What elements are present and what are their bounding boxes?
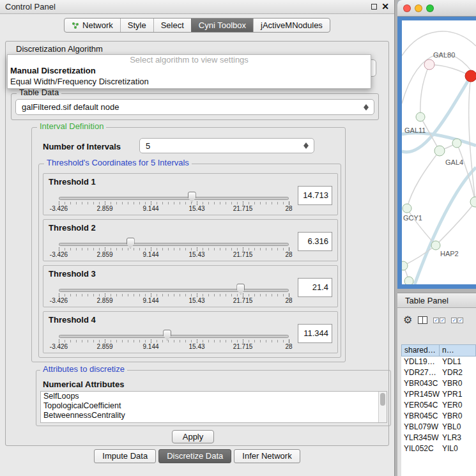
close-icon[interactable]: ✕ [381, 1, 389, 12]
float-window-icon[interactable] [371, 4, 377, 10]
cell[interactable]: YBL0 [440, 422, 476, 433]
table-row[interactable]: YDR27…YDR2 [401, 367, 476, 378]
tab-cyni-toolbox[interactable]: Cyni Toolbox [191, 19, 253, 32]
combo-arrows-icon [303, 139, 309, 153]
tab-infer-network[interactable]: Infer Network [234, 449, 300, 463]
vertical-scrollbar[interactable] [378, 392, 387, 422]
slider-minor-ticks [59, 248, 289, 250]
threshold-2-value-field[interactable]: 6.316 [298, 232, 332, 251]
popup-option-equal-width-frequency[interactable]: Equal Width/Frequency Discretization [8, 76, 371, 87]
network-node[interactable] [470, 197, 476, 207]
table-data-group-label: Table Data [17, 88, 61, 97]
network-node[interactable] [402, 261, 408, 270]
network-canvas[interactable]: GAL80 GAL11 GAL4 GCY1 HAP2 [402, 20, 476, 284]
cell[interactable]: YDL19… [401, 357, 440, 367]
table-row[interactable]: YBR045CYBR0 [401, 411, 476, 422]
scale-label: 2.859 [96, 205, 112, 212]
threshold-3-value-field[interactable]: 21.4 [298, 278, 332, 297]
slider-track[interactable] [59, 197, 289, 200]
table-data-combobox[interactable]: galFiltered.sif default node [15, 99, 374, 115]
scrollbar-thumb[interactable] [380, 393, 385, 406]
cell[interactable]: YBR0 [440, 411, 476, 422]
cell[interactable]: YDR27… [401, 367, 440, 378]
cell[interactable]: YPR1 [440, 389, 476, 400]
threshold-1-value-field[interactable]: 14.713 [298, 186, 332, 205]
table-row[interactable]: YLR345WYLR3 [401, 433, 476, 443]
highlighted-edges [402, 79, 476, 284]
column-header-name[interactable]: n… [440, 344, 476, 357]
threshold-1-slider[interactable]: -3.426 2.859 9.144 15.43 21.715 28 [59, 192, 289, 213]
cell[interactable]: YBR043C [401, 378, 440, 389]
control-panel-window: Control Panel ✕ Network Style Select [0, 0, 395, 476]
list-item[interactable]: BetweennessCentrality [41, 411, 387, 420]
list-item[interactable]: TopologicalCoefficient [41, 401, 387, 411]
threshold-2-slider[interactable]: -3.426 2.859 9.144 15.43 21.715 28 [59, 238, 289, 259]
column-header-shared-name[interactable]: shared… [401, 344, 440, 357]
tab-select[interactable]: Select [153, 19, 191, 32]
network-node-gcy1[interactable] [403, 204, 411, 213]
tab-label: Network [82, 20, 113, 30]
apply-button[interactable]: Apply [172, 430, 214, 443]
table-row[interactable]: YPR145WYPR1 [401, 389, 476, 400]
numerical-attributes-list[interactable]: SelfLoops TopologicalCoefficient Between… [40, 391, 387, 423]
slider-track[interactable] [59, 243, 289, 246]
cell[interactable]: YDL1 [440, 357, 476, 367]
number-of-intervals-label: Number of Intervals [43, 142, 121, 151]
table-row[interactable]: YDL19…YDL1 [401, 357, 476, 367]
network-graph[interactable] [402, 20, 476, 284]
table-row[interactable]: YBR043CYBR0 [401, 378, 476, 389]
slider-track[interactable] [59, 335, 289, 338]
slider-track[interactable] [59, 289, 289, 292]
list-item[interactable]: SelfLoops [41, 392, 387, 401]
gear-icon[interactable]: ⚙ [403, 315, 412, 325]
check-icon: ✓ [440, 318, 445, 323]
network-node-gal4[interactable] [434, 146, 445, 156]
table-row[interactable]: YIL052CYIL0 [401, 443, 476, 454]
cell[interactable]: YBR0 [440, 378, 476, 389]
cell[interactable]: YBR045C [401, 411, 440, 422]
threshold-4-slider[interactable]: -3.426 2.859 9.144 15.43 21.715 28 [59, 330, 289, 351]
numerical-attributes-label: Numerical Attributes [43, 380, 124, 389]
select-all-checks-icon[interactable]: ✓ ✓ [433, 318, 445, 323]
network-nodes[interactable] [402, 112, 476, 284]
scale-label: 9.144 [142, 251, 158, 258]
table-row[interactable]: YBL079WYBL0 [401, 422, 476, 433]
selected-red-node[interactable] [465, 70, 476, 82]
cell[interactable]: YLR3 [440, 433, 476, 443]
network-node[interactable] [404, 277, 413, 284]
cell[interactable]: YIL0 [440, 443, 476, 454]
zoom-traffic-light-icon[interactable] [426, 4, 434, 12]
threshold-3-slider[interactable]: -3.426 2.859 9.144 15.43 21.715 28 [59, 284, 289, 305]
node-label-gal11: GAL11 [404, 127, 426, 134]
cell[interactable]: YDR2 [440, 367, 476, 378]
close-traffic-light-icon[interactable] [403, 4, 411, 12]
cell[interactable]: YLR345W [401, 433, 440, 443]
network-node[interactable] [416, 112, 425, 121]
columns-icon[interactable] [418, 316, 427, 324]
tab-network[interactable]: Network [65, 19, 120, 32]
thresholds-group: Threshold's Coordinates for 5 Intervals … [38, 164, 341, 358]
number-of-intervals-combobox[interactable]: 5 [139, 138, 314, 153]
network-node[interactable] [452, 139, 461, 148]
cell[interactable]: YER054C [401, 400, 440, 411]
table-data-group: Table Data galFiltered.sif default node [11, 93, 379, 120]
tab-impute-data[interactable]: Impute Data [94, 449, 156, 463]
minimize-traffic-light-icon[interactable] [415, 4, 422, 12]
table-row[interactable]: YER054CYER0 [401, 400, 476, 411]
cell[interactable]: YIL052C [401, 443, 440, 454]
popup-option-manual-discretization[interactable]: Manual Discretization [8, 65, 371, 76]
node-label-gcy1: GCY1 [403, 214, 422, 222]
cell[interactable]: YBL079W [401, 422, 440, 433]
top-tab-bar: Network Style Select Cyni Toolbox jActiv… [0, 18, 394, 33]
tab-style[interactable]: Style [120, 19, 153, 32]
tab-jactivemnodules[interactable]: jActiveMNodules [253, 19, 330, 32]
slider-minor-ticks [59, 202, 289, 204]
cell[interactable]: YPR145W [401, 389, 440, 400]
tab-discretize-data[interactable]: Discretize Data [158, 449, 231, 463]
scale-label: -3.426 [50, 205, 68, 212]
select-columns-checks-icon[interactable]: ✓ ✓ [451, 318, 463, 323]
cell[interactable]: YER0 [440, 400, 476, 411]
network-node-gal80[interactable] [424, 59, 434, 70]
threshold-4-value-field[interactable]: 11.344 [298, 324, 332, 343]
network-node-hap2[interactable] [431, 241, 440, 250]
